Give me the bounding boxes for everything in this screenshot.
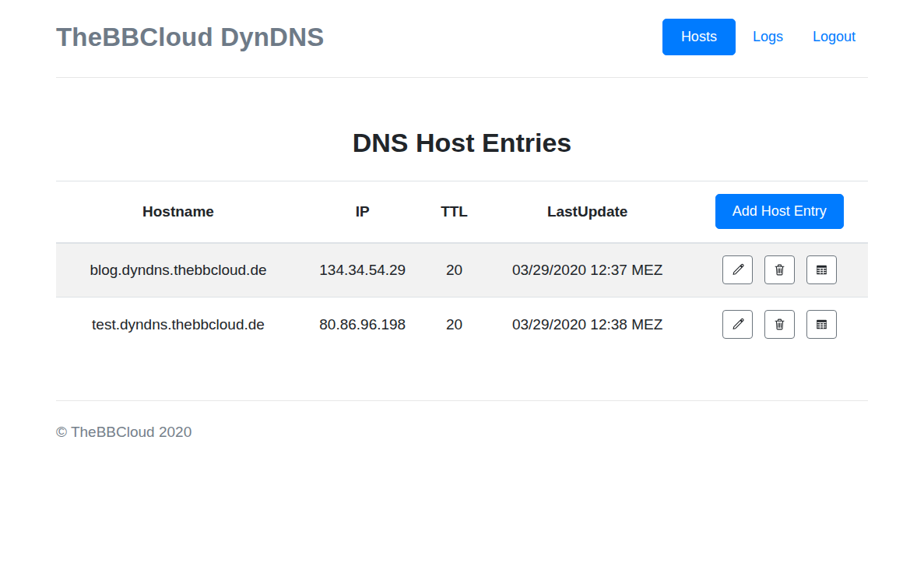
copyright-text: © TheBBCloud 2020 (56, 424, 868, 441)
table-icon (815, 318, 828, 331)
cell-hostname: test.dyndns.thebbcloud.de (56, 298, 300, 352)
col-header-lastupdate: LastUpdate (484, 181, 691, 243)
cell-actions (691, 298, 868, 352)
nav-item-logout[interactable]: Logout (800, 23, 868, 51)
view-table-button[interactable] (806, 310, 837, 339)
table-header: Hostname IP TTL LastUpdate Add Host Entr… (56, 181, 868, 243)
add-host-entry-button[interactable]: Add Host Entry (715, 194, 844, 229)
col-header-hostname: Hostname (56, 181, 300, 243)
main-content: DNS Host Entries Hostname IP TTL LastUpd… (56, 128, 868, 352)
view-table-button[interactable] (806, 255, 837, 284)
pencil-icon (731, 263, 744, 276)
nav-item-logs[interactable]: Logs (740, 23, 796, 51)
cell-lastupdate: 03/29/2020 12:38 MEZ (484, 298, 691, 352)
dns-host-table: Hostname IP TTL LastUpdate Add Host Entr… (56, 181, 868, 352)
col-header-ttl: TTL (425, 181, 484, 243)
page-container: TheBBCloud DynDNS Hosts Logs Logout DNS … (56, 0, 868, 456)
edit-button[interactable] (722, 255, 753, 284)
page-title: DNS Host Entries (56, 128, 868, 158)
cell-hostname: blog.dyndns.thebbcloud.de (56, 243, 300, 298)
trash-icon (773, 318, 786, 331)
table-row: blog.dyndns.thebbcloud.de 134.34.54.29 2… (56, 243, 868, 298)
edit-button[interactable] (722, 310, 753, 339)
cell-ttl: 20 (425, 298, 484, 352)
delete-button[interactable] (764, 255, 795, 284)
main-nav: Hosts Logs Logout (662, 19, 868, 55)
pencil-icon (731, 318, 744, 331)
cell-ip: 80.86.96.198 (300, 298, 425, 352)
delete-button[interactable] (764, 310, 795, 339)
table-body: blog.dyndns.thebbcloud.de 134.34.54.29 2… (56, 243, 868, 352)
col-header-ip: IP (300, 181, 425, 243)
cell-actions (691, 243, 868, 298)
site-header: TheBBCloud DynDNS Hosts Logs Logout (56, 0, 868, 78)
cell-ttl: 20 (425, 243, 484, 298)
cell-lastupdate: 03/29/2020 12:37 MEZ (484, 243, 691, 298)
brand-title: TheBBCloud DynDNS (56, 23, 324, 52)
nav-item-hosts[interactable]: Hosts (662, 19, 736, 55)
table-row: test.dyndns.thebbcloud.de 80.86.96.198 2… (56, 298, 868, 352)
cell-ip: 134.34.54.29 (300, 243, 425, 298)
trash-icon (773, 263, 786, 276)
col-header-actions: Add Host Entry (691, 181, 868, 243)
site-footer: © TheBBCloud 2020 (56, 400, 868, 456)
table-icon (815, 263, 828, 276)
